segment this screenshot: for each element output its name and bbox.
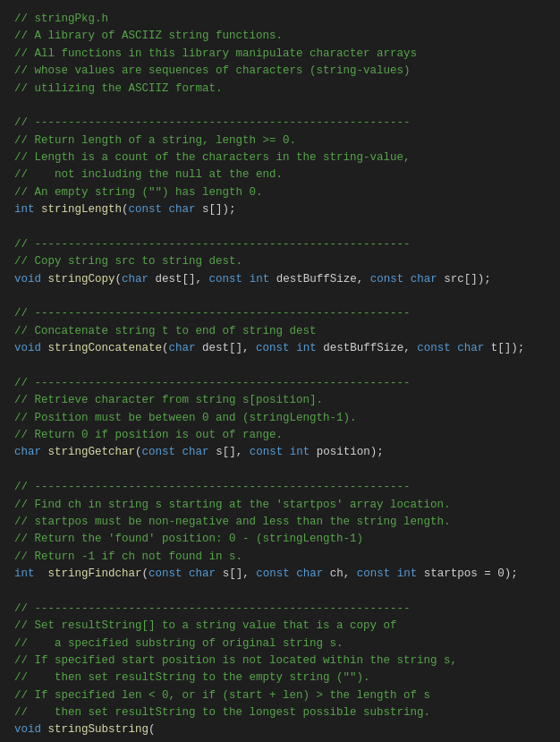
code-token: // Position must be between 0 and (strin… [14, 412, 357, 424]
code-token: // stringPkg.h [14, 13, 108, 25]
code-token: char [457, 342, 484, 354]
code-token: void [14, 273, 41, 286]
code-token: int [14, 203, 35, 216]
code-token: char [182, 446, 209, 458]
code-token: const [129, 203, 163, 216]
code-token: // If specified start position is not lo… [14, 654, 457, 667]
code-token: // Return 0 if position is out of range. [14, 429, 283, 441]
code-line: // -------------------------------------… [14, 479, 546, 496]
code-token: stringFindchar [48, 567, 142, 580]
code-line: // If specified start position is not lo… [14, 652, 546, 670]
code-token: const [256, 342, 290, 354]
code-line [14, 288, 546, 305]
code-token: // An empty string ("") has length 0. [14, 186, 263, 199]
code-token: // then set resultString to the empty st… [14, 671, 370, 684]
code-token: const [256, 567, 290, 580]
code-token [41, 446, 48, 458]
code-line: int stringFindchar(const char s[], const… [14, 566, 546, 583]
code-token [41, 342, 48, 354]
code-token: // Concatenate string t to end of string… [14, 325, 317, 337]
code-token: int [14, 567, 35, 580]
code-token [35, 567, 48, 580]
code-token [290, 342, 297, 354]
code-token: src[]); [437, 273, 491, 286]
code-token: ( [122, 203, 129, 216]
code-line: // startpos must be non-negative and les… [14, 514, 546, 531]
code-token [390, 567, 397, 580]
code-line: // An empty string ("") has length 0. [14, 184, 546, 201]
code-token: // All functions in this library manipul… [14, 47, 417, 60]
code-token: // then set resultString to the longest … [14, 706, 430, 719]
code-line: // Position must be between 0 and (strin… [14, 410, 546, 427]
code-token: position); [310, 446, 384, 458]
code-line: // Set resultString[] to a string value … [14, 618, 546, 635]
code-token: // -------------------------------------… [14, 481, 411, 493]
code-line [14, 462, 546, 479]
code-token: destBuffSize, [269, 273, 370, 286]
code-token: // -------------------------------------… [14, 116, 411, 129]
code-token [242, 273, 250, 286]
code-token: // Set resultString[] to a string value … [14, 619, 397, 632]
code-line: // a specified substring of original str… [14, 635, 546, 652]
code-token [41, 723, 48, 736]
code-token [35, 203, 42, 216]
code-token: // A library of ASCIIZ string functions. [14, 30, 283, 42]
code-token: t[]); [484, 342, 524, 354]
code-token [175, 446, 182, 458]
code-line: // then set resultString to the longest … [14, 704, 546, 721]
code-token: ch, [323, 567, 357, 580]
code-line: void stringCopy(char dest[], const int d… [14, 271, 546, 288]
code-line: // -------------------------------------… [14, 375, 546, 392]
code-token: stringSubstring [48, 723, 149, 736]
code-line: // Retrieve character from string s[posi… [14, 392, 546, 409]
code-token: stringLength [41, 203, 122, 216]
code-line: // stringPkg.h [14, 11, 546, 28]
code-line: // -------------------------------------… [14, 601, 546, 618]
code-token [403, 273, 411, 286]
code-token: stringConcatenate [48, 342, 163, 354]
code-line [14, 98, 546, 115]
code-line: // whose values are sequences of charact… [14, 63, 546, 80]
code-token: dest[], [196, 342, 257, 354]
code-token: // Copy string src to string dest. [14, 255, 242, 268]
code-token: // -------------------------------------… [14, 307, 411, 320]
code-line: // -------------------------------------… [14, 305, 546, 322]
code-token: void [14, 723, 41, 736]
code-line: void stringSubstring( [14, 721, 546, 738]
code-token: // Return length of a string, length >= … [14, 134, 296, 147]
code-token: s[], [209, 446, 250, 458]
code-line: // -------------------------------------… [14, 115, 546, 132]
code-token: // Find ch in string s starting at the '… [14, 499, 451, 511]
code-token: s[]); [196, 203, 236, 216]
code-line: // If specified len < 0, or if (start + … [14, 687, 546, 704]
code-token: int [296, 342, 317, 354]
code-line: // Find ch in string s starting at the '… [14, 497, 546, 514]
code-token: const [142, 446, 176, 458]
code-line: // Return the 'found' position: 0 - (str… [14, 531, 546, 548]
code-line: // not including the null at the end. [14, 166, 546, 183]
code-token: const [357, 567, 391, 580]
code-token [41, 273, 48, 286]
code-line [14, 219, 546, 236]
code-line: char stringGetchar(const char s[], const… [14, 444, 546, 461]
code-line: // All functions in this library manipul… [14, 46, 546, 63]
code-line: // Return 0 if position is out of range. [14, 427, 546, 444]
code-token: const [370, 273, 404, 286]
code-token: ( [142, 567, 149, 580]
code-line: // then set resultString to the empty st… [14, 670, 546, 687]
code-token: int [250, 273, 270, 286]
code-token: char [189, 567, 216, 580]
code-token: // If specified len < 0, or if (start + … [14, 689, 430, 702]
code-token: startpos = 0); [417, 567, 518, 580]
code-token: void [14, 342, 41, 354]
code-token: const [209, 273, 243, 286]
code-token: char [296, 567, 323, 580]
code-token: stringGetchar [48, 446, 136, 458]
code-token: const [148, 567, 182, 580]
code-token: char [411, 273, 437, 286]
code-token [162, 203, 169, 216]
code-token: // -------------------------------------… [14, 238, 411, 251]
code-token: ( [115, 273, 123, 286]
code-token: char [169, 342, 196, 354]
code-token: // Length is a count of the characters i… [14, 151, 411, 164]
